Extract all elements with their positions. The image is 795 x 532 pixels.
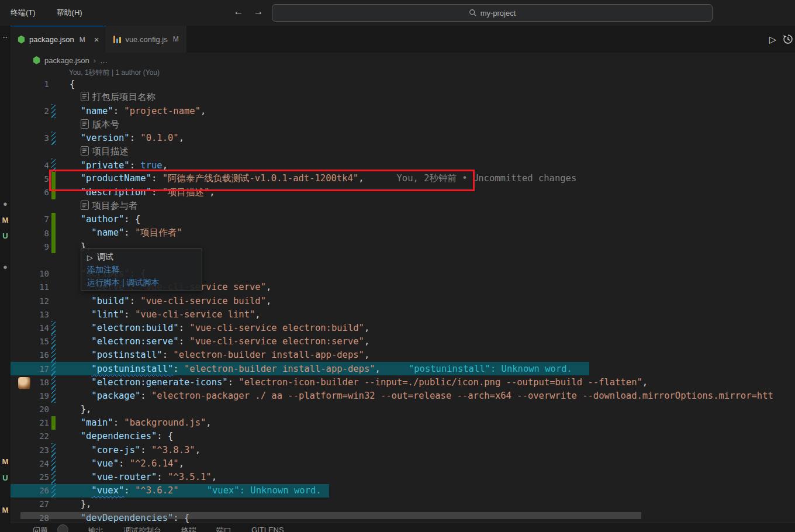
line-number[interactable]: 10 bbox=[11, 269, 49, 278]
line-number[interactable]: 20 bbox=[11, 405, 49, 414]
git-status-badge: U bbox=[0, 232, 11, 240]
line-number[interactable]: 6 bbox=[11, 188, 49, 197]
code-line[interactable]: 13 "lint": "vue-cli-service lint", bbox=[11, 308, 795, 321]
line-number[interactable]: 9 bbox=[11, 242, 49, 251]
token-punctuation: : bbox=[173, 364, 184, 374]
token-property-key: "postinstall" bbox=[70, 350, 163, 360]
gutter-added-indicator bbox=[51, 240, 56, 253]
sidebar-edge-strip: ··●MU●MUM bbox=[0, 26, 11, 532]
token-indent bbox=[70, 146, 81, 157]
code-line[interactable]: 26 "vuex": "^3.6.2""vuex": Unknown word. bbox=[11, 484, 795, 498]
line-number[interactable]: 11 bbox=[11, 282, 49, 292]
token-string-value: "^3.8.3" bbox=[151, 445, 195, 455]
git-status-badge: ● bbox=[0, 262, 11, 271]
gutter-modified-indicator bbox=[51, 132, 56, 145]
panel-tab-gitlens[interactable]: GITLENS bbox=[251, 526, 284, 532]
line-content: }, bbox=[70, 499, 91, 509]
line-number[interactable]: 23 bbox=[11, 445, 49, 455]
code-line[interactable]: 22 "dependencies": { bbox=[11, 430, 795, 443]
menu-terminal[interactable]: 终端(T) bbox=[7, 5, 39, 20]
breadcrumb[interactable]: package.json › … bbox=[11, 53, 795, 68]
ghost-comment-text: 打包后项目名称 bbox=[92, 92, 156, 102]
line-number[interactable]: 13 bbox=[11, 310, 49, 319]
line-number[interactable]: 24 bbox=[11, 459, 49, 468]
timeline-history-icon[interactable] bbox=[782, 33, 794, 45]
code-line[interactable]: 3 "version": "0.1.0", bbox=[11, 132, 795, 145]
line-content: 项目参与者 bbox=[70, 200, 137, 212]
line-number[interactable]: 5 bbox=[11, 174, 49, 184]
line-number[interactable]: 4 bbox=[11, 161, 49, 170]
line-number[interactable]: 27 bbox=[11, 499, 49, 509]
editor[interactable]: You, 1秒钟前 | 1 author (You) 1{ 打包后项目名称2 "… bbox=[11, 68, 795, 532]
code-line[interactable]: 23 "core-js": "^3.8.3", bbox=[11, 443, 795, 457]
gutter-spacer bbox=[51, 77, 56, 91]
run-file-button[interactable]: ▷ bbox=[769, 34, 776, 45]
comment-hint-icon bbox=[81, 201, 89, 210]
line-number[interactable]: 22 bbox=[11, 431, 49, 441]
code-line[interactable]: 7 "author": { bbox=[11, 213, 795, 226]
code-line[interactable]: 15 "electron:serve": "vue-cli-service el… bbox=[11, 335, 795, 348]
line-number[interactable]: 12 bbox=[11, 296, 49, 306]
code-line[interactable]: 14 "electron:build": "vue-cli-service el… bbox=[11, 321, 795, 334]
nav-back-button[interactable]: ← bbox=[231, 6, 246, 18]
line-number[interactable]: 17 bbox=[11, 364, 49, 374]
code-line[interactable]: 1{ bbox=[11, 77, 795, 91]
close-tab-icon[interactable]: × bbox=[94, 34, 99, 44]
panel-tab-debug-console[interactable]: 调试控制台 bbox=[123, 526, 161, 532]
code-line[interactable]: 18 "electron:generate-icons": "electron-… bbox=[11, 375, 795, 389]
ghost-comment-row: 版本号 bbox=[11, 118, 795, 132]
line-number[interactable]: 25 bbox=[11, 472, 49, 482]
token-punctuation: , bbox=[179, 458, 184, 469]
breadcrumb-more[interactable]: … bbox=[100, 56, 108, 65]
code-line[interactable]: 24 "vue": "^2.6.14", bbox=[11, 457, 795, 470]
code-rows: 1{ 打包后项目名称2 "name": "project-name", 版本号3… bbox=[11, 77, 795, 524]
line-number[interactable]: 7 bbox=[11, 215, 49, 224]
token-indent bbox=[70, 92, 81, 102]
debug-codelens[interactable]: ▷ 调试 bbox=[87, 251, 196, 264]
line-number[interactable]: 16 bbox=[11, 350, 49, 360]
gutter-modified-indicator bbox=[51, 389, 56, 402]
line-number[interactable]: 14 bbox=[11, 323, 49, 333]
menu-help[interactable]: 帮助(H) bbox=[53, 5, 86, 20]
gutter-spacer bbox=[51, 308, 56, 321]
token-punctuation: : bbox=[163, 350, 174, 360]
line-number[interactable]: 19 bbox=[11, 391, 49, 400]
code-line[interactable]: 16 "postinstall": "electron-builder inst… bbox=[11, 348, 795, 362]
panel-tab-terminal[interactable]: 终端 bbox=[181, 526, 196, 532]
line-content: 项目描述 bbox=[70, 146, 129, 158]
token-property-key: "version" bbox=[70, 133, 130, 143]
code-line[interactable]: 17 "postuninstall": "electron-builder in… bbox=[11, 362, 795, 375]
nav-forward-button[interactable]: → bbox=[251, 6, 265, 18]
codelens-add-comment-link[interactable]: 添加注释 bbox=[87, 264, 196, 277]
code-line[interactable]: 8 "name": "项目作者" bbox=[11, 226, 795, 240]
line-number[interactable]: 2 bbox=[11, 106, 49, 116]
panel-tab-ports[interactable]: 端口 bbox=[216, 526, 231, 532]
token-string-value: "项目作者" bbox=[135, 227, 182, 238]
panel-tab-problems[interactable]: 问题 bbox=[33, 526, 48, 532]
gutter-modified-indicator bbox=[51, 484, 56, 498]
code-line[interactable]: 2 "name": "project-name", bbox=[11, 104, 795, 118]
code-line[interactable]: 20 }, bbox=[11, 403, 795, 416]
code-line[interactable]: 25 "vue-router": "^3.5.1", bbox=[11, 470, 795, 483]
line-number[interactable]: 21 bbox=[11, 418, 49, 427]
tab-package-json[interactable]: package.json M × bbox=[11, 26, 106, 53]
gutter-modified-indicator bbox=[51, 375, 56, 389]
gutter-spacer bbox=[51, 498, 56, 511]
codelens-run-debug-link[interactable]: 运行脚本 | 调试脚本 bbox=[87, 277, 196, 289]
code-line[interactable]: 27 }, bbox=[11, 498, 795, 511]
line-number[interactable]: 1 bbox=[11, 80, 49, 89]
code-line[interactable]: 19 "package": "electron-packager ./ aa -… bbox=[11, 389, 795, 402]
horizontal-scrollbar[interactable] bbox=[20, 512, 641, 519]
line-number[interactable]: 8 bbox=[11, 229, 49, 238]
command-center-search[interactable]: my-project bbox=[272, 4, 713, 22]
line-number[interactable]: 3 bbox=[11, 133, 49, 143]
breadcrumb-file[interactable]: package.json bbox=[44, 56, 89, 65]
tab-vue-config-js[interactable]: vue.config.js M bbox=[106, 26, 186, 53]
line-content: "main": "background.js", bbox=[70, 417, 212, 428]
line-number[interactable]: 15 bbox=[11, 337, 49, 346]
token-string-value: "electron-icon-builder --input=./public/… bbox=[238, 377, 642, 388]
line-number[interactable]: 26 bbox=[11, 486, 49, 495]
code-line[interactable]: 12 "build": "vue-cli-service build", bbox=[11, 294, 795, 308]
code-line[interactable]: 21 "main": "background.js", bbox=[11, 416, 795, 430]
panel-tab-output[interactable]: 输出 bbox=[88, 526, 103, 532]
